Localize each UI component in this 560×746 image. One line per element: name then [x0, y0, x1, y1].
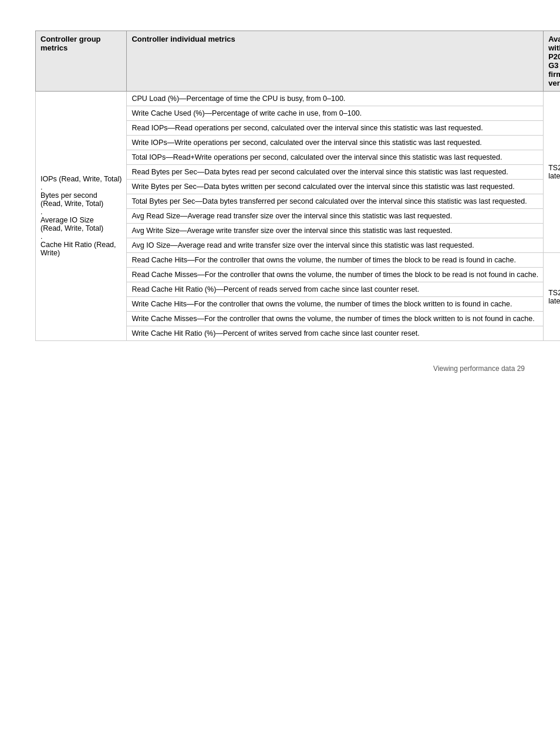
metric-cell: Total IOPs—Read+Write operations per sec… — [127, 150, 544, 165]
metric-cell: Read Cache Hits—For the controller that … — [127, 253, 544, 268]
metric-cell: Read Cache Misses—For the controller tha… — [127, 268, 544, 282]
header-metric: Controller individual metrics — [127, 31, 544, 92]
metric-cell: Write Cache Hits—For the controller that… — [127, 297, 544, 312]
metric-cell: Read Bytes per Sec—Data bytes read per s… — [127, 165, 544, 180]
metric-cell: Write Bytes per Sec—Data bytes written p… — [127, 180, 544, 194]
group-label-bytes: Bytes per second(Read, Write, Total) — [41, 191, 103, 208]
group-label-iops: IOPs (Read, Write, Total) — [41, 175, 122, 183]
metric-cell: CPU Load (%)—Percentage of time the CPU … — [127, 92, 544, 106]
version-cell-ts230: TS230 or later — [544, 253, 560, 341]
metric-cell: Avg Write Size—Average write transfer si… — [127, 224, 544, 238]
metric-cell: Write Cache Misses—For the controller th… — [127, 312, 544, 326]
metric-cell: Read IOPs—Read operations per second, ca… — [127, 121, 544, 136]
group-label-cachehit: Cache Hit Ratio (Read,Write) — [41, 241, 116, 257]
group-cell: IOPs (Read, Write, Total).Bytes per seco… — [36, 92, 127, 341]
metric-cell: Total Bytes per Sec—Data bytes transferr… — [127, 194, 544, 209]
metrics-table: Controller group metrics Controller indi… — [35, 31, 560, 341]
version-cell-ts200: TS200 or later — [544, 92, 560, 253]
footer-text: Viewing performance data 29 — [35, 364, 525, 373]
metric-cell: Write Cache Used (%)—Percentage of write… — [127, 106, 544, 121]
header-version: Available with P2000 G3 MSA firmware ver… — [544, 31, 560, 92]
header-group: Controller group metrics — [36, 31, 127, 92]
metric-cell: Write IOPs—Write operations per second, … — [127, 136, 544, 150]
metric-cell: Avg IO Size—Average read and write trans… — [127, 238, 544, 253]
metric-cell: Read Cache Hit Ratio (%)—Percent of read… — [127, 282, 544, 297]
group-label-avgiosize: Average IO Size(Read, Write, Total) — [41, 216, 103, 232]
metric-cell: Write Cache Hit Ratio (%)—Percent of wri… — [127, 326, 544, 341]
metric-cell: Avg Read Size—Average read transfer size… — [127, 209, 544, 224]
